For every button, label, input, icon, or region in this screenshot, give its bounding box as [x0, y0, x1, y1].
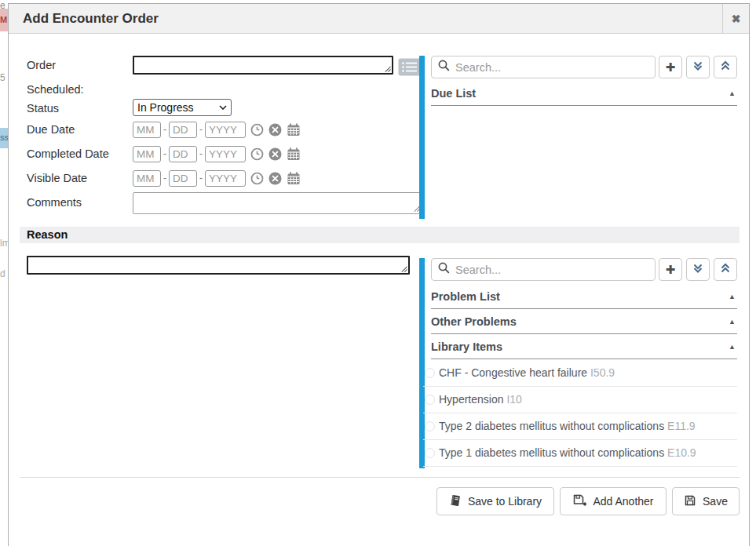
completed-date-calendar-button[interactable]	[287, 147, 301, 161]
reason-search-input[interactable]	[455, 264, 648, 276]
other-problems-section-header[interactable]: Other Problems ▲	[431, 313, 737, 334]
visible-date-day-input[interactable]	[169, 170, 197, 187]
due-date-time-button[interactable]	[250, 123, 264, 136]
status-label: Status	[27, 102, 59, 115]
library-items-label: Library Items	[431, 340, 502, 353]
due-date-clear-button[interactable]	[268, 123, 282, 136]
library-items-section-header[interactable]: Library Items ▲	[431, 338, 737, 359]
dialog-title: Add Encounter Order	[23, 4, 159, 33]
double-chevron-up-icon	[720, 60, 731, 74]
library-item-hypertension[interactable]: Hypertension I10	[423, 387, 737, 413]
library-item-chf[interactable]: CHF - Congestive heart failure I50.9	[423, 360, 737, 387]
order-expand-all-button[interactable]	[686, 56, 710, 78]
date-separator: -	[199, 145, 203, 162]
background-fragment: d	[0, 268, 8, 279]
radio-icon[interactable]	[425, 368, 435, 378]
due-date-month-input[interactable]	[133, 122, 161, 138]
reason-expand-all-button[interactable]	[686, 258, 710, 281]
comments-field-shell	[133, 192, 422, 214]
library-item-code: E11.9	[667, 420, 696, 432]
order-lookup-button[interactable]	[398, 58, 422, 76]
order-search-input[interactable]	[455, 61, 648, 74]
visible-date-calendar-button[interactable]	[287, 172, 301, 185]
resize-grip-icon[interactable]	[400, 265, 407, 272]
clear-circle-icon	[268, 151, 282, 163]
clock-icon	[250, 127, 264, 139]
add-encounter-order-dialog: Add Encounter Order ✖ Order Scheduled: S…	[8, 3, 750, 546]
completed-date-day-input[interactable]	[169, 146, 197, 162]
due-date-label: Due Date	[27, 123, 75, 136]
background-fragment: M	[0, 9, 8, 31]
completed-date-time-button[interactable]	[250, 147, 264, 161]
scheduled-label: Scheduled:	[27, 83, 84, 96]
clear-circle-icon	[268, 127, 282, 139]
due-list-section-header[interactable]: Due List ▲	[431, 85, 737, 106]
date-separator: -	[199, 169, 203, 187]
date-separator: -	[163, 121, 166, 138]
due-date-day-input[interactable]	[169, 122, 197, 138]
clock-icon	[250, 151, 264, 163]
due-date-year-input[interactable]	[205, 122, 246, 138]
save-to-library-label: Save to Library	[468, 495, 542, 508]
comments-textarea[interactable]	[133, 192, 422, 214]
problem-list-label: Problem List	[431, 290, 500, 303]
close-button[interactable]: ✖	[723, 4, 749, 33]
due-date-calendar-button[interactable]	[287, 123, 301, 136]
library-item-type1-diabetes[interactable]: Type 1 diabetes mellitus without complic…	[423, 440, 737, 467]
dialog-header: Add Encounter Order ✖	[9, 4, 749, 34]
resize-grip-icon[interactable]	[384, 65, 391, 72]
calendar-icon	[287, 176, 301, 187]
visible-date-month-input[interactable]	[133, 170, 161, 187]
completed-date-month-input[interactable]	[133, 146, 161, 162]
radio-icon[interactable]	[425, 421, 435, 431]
comments-label: Comments	[27, 196, 82, 209]
add-another-label: Add Another	[593, 495, 653, 508]
footer-divider	[20, 477, 740, 478]
library-item-name: Type 2 diabetes mellitus without complic…	[439, 420, 664, 432]
order-add-button[interactable]: ✚	[659, 56, 682, 78]
background-fragment: ss	[0, 128, 8, 148]
reason-field-shell	[27, 256, 410, 275]
library-item-code: E10.9	[667, 446, 696, 459]
double-chevron-up-icon	[720, 263, 731, 276]
clear-circle-icon	[268, 176, 282, 187]
problem-list-section-header[interactable]: Problem List ▲	[431, 288, 737, 309]
status-select[interactable]: In Progress	[133, 99, 232, 116]
plus-icon: ✚	[666, 61, 676, 73]
radio-icon[interactable]	[425, 395, 435, 405]
panel-accent-bar	[419, 56, 425, 219]
calendar-icon	[287, 127, 301, 139]
add-another-button[interactable]: Add Another	[560, 487, 667, 515]
plus-icon: ✚	[666, 264, 676, 275]
background-fragment: lm	[0, 238, 8, 249]
visible-date-time-button[interactable]	[250, 172, 264, 185]
due-date-row: - -	[133, 121, 301, 138]
date-separator: -	[163, 169, 166, 187]
library-item-type2-diabetes[interactable]: Type 2 diabetes mellitus without complic…	[423, 413, 737, 440]
save-button[interactable]: Save	[672, 487, 740, 515]
list-icon	[398, 67, 422, 78]
library-item-code: I50.9	[590, 366, 615, 379]
reason-add-button[interactable]: ✚	[659, 258, 682, 281]
reason-collapse-all-button[interactable]	[714, 258, 737, 281]
status-select-wrap: In Progress	[133, 99, 232, 116]
search-icon	[438, 60, 450, 75]
triangle-up-icon: ▲	[729, 343, 736, 351]
visible-date-year-input[interactable]	[205, 170, 246, 187]
order-field-shell	[133, 56, 393, 75]
completed-date-year-input[interactable]	[205, 146, 246, 162]
order-collapse-all-button[interactable]	[714, 56, 737, 78]
save-to-library-button[interactable]: Save to Library	[436, 487, 554, 515]
reason-input[interactable]	[27, 256, 410, 275]
double-chevron-down-icon	[692, 263, 703, 276]
order-search-box	[431, 56, 656, 78]
completed-date-clear-button[interactable]	[268, 147, 282, 161]
visible-date-row: - -	[133, 169, 301, 187]
date-separator: -	[163, 145, 166, 162]
save-icon	[684, 494, 696, 509]
library-item-name: Hypertension	[439, 393, 504, 406]
search-icon	[438, 262, 450, 277]
order-input[interactable]	[133, 56, 393, 75]
radio-icon[interactable]	[425, 448, 435, 458]
visible-date-clear-button[interactable]	[268, 172, 282, 185]
